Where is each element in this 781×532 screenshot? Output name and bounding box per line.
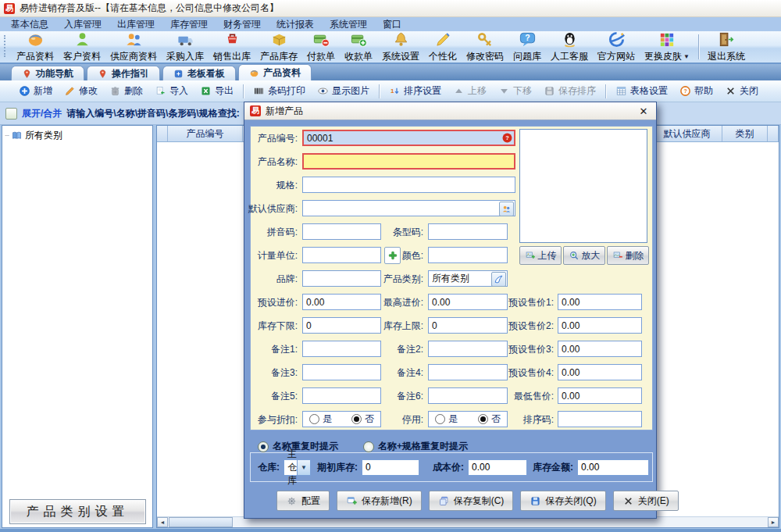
- toolbar-button-11[interactable]: 修改密码: [462, 30, 508, 64]
- toolbar-grip-handle[interactable]: [4, 35, 9, 57]
- toolbar-button-13[interactable]: 人工客服: [546, 30, 593, 64]
- action-button-3[interactable]: 删除: [104, 83, 148, 99]
- scroll-right-button[interactable]: ►: [768, 517, 779, 527]
- tab-1[interactable]: 功能导航: [11, 66, 84, 80]
- chevron-down-icon[interactable]: ▼: [297, 460, 310, 475]
- field-input-产品名称[interactable]: [302, 153, 515, 170]
- field-input-库存下限[interactable]: [302, 317, 381, 334]
- field-input-规格[interactable]: [302, 177, 515, 193]
- toolbar-button-5[interactable]: 销售出库: [209, 30, 255, 64]
- field-input-颜色[interactable]: [428, 247, 508, 263]
- menu-item-2[interactable]: 入库管理: [56, 18, 109, 31]
- toolbar-button-10[interactable]: 个性化: [424, 30, 462, 64]
- stock-amount-input[interactable]: [577, 459, 649, 476]
- toolbar-button-15[interactable]: 更换皮肤▼: [640, 30, 694, 64]
- action-button-1[interactable]: 新增: [13, 83, 58, 99]
- warehouse-select[interactable]: 主仓库 ▼: [284, 459, 311, 476]
- radio-option-是[interactable]: 是: [309, 412, 332, 426]
- toolbar-button-16[interactable]: 退出系统: [703, 30, 750, 64]
- field-input-拼音码[interactable]: [302, 223, 381, 240]
- field-input-库存上限[interactable]: [428, 317, 508, 334]
- menu-item-8[interactable]: 窗口: [375, 18, 409, 31]
- menu-item-1[interactable]: 基本信息: [3, 18, 56, 31]
- dialog-button-1[interactable]: 配置: [276, 491, 330, 511]
- tab-4[interactable]: 产品资料: [238, 64, 312, 80]
- dialog-button-3[interactable]: 保存复制(C): [429, 491, 514, 511]
- action-button-6[interactable]: 条码打印: [248, 83, 311, 99]
- dup-option-1[interactable]: 名称重复时提示: [258, 440, 338, 453]
- field-input-预设售价4[interactable]: [558, 364, 642, 380]
- field-input-备注4[interactable]: [428, 364, 508, 380]
- column-header-1[interactable]: [157, 126, 168, 141]
- scroll-left-button[interactable]: ◄: [157, 517, 168, 527]
- field-input-备注3[interactable]: [302, 364, 381, 380]
- dialog-close-icon[interactable]: ✕: [637, 105, 651, 117]
- toolbar-button-3[interactable]: 供应商资料: [105, 30, 162, 64]
- toolbar-button-4[interactable]: 采购入库: [162, 30, 209, 64]
- toolbar-button-12[interactable]: ?问题库: [508, 30, 546, 64]
- action-button-13[interactable]: ?帮助: [674, 83, 719, 99]
- field-input-排序码[interactable]: [558, 411, 642, 427]
- toolbar-button-9[interactable]: 系统设置: [377, 30, 424, 64]
- dup-option-2[interactable]: 名称+规格重复时提示: [363, 440, 468, 453]
- action-button-5[interactable]: 导出: [194, 83, 239, 99]
- field-input-默认供应商[interactable]: [302, 200, 515, 216]
- dialog-button-5[interactable]: 关闭(E): [613, 491, 679, 511]
- menu-item-4[interactable]: 库存管理: [162, 18, 216, 31]
- field-input-产品编号[interactable]: [302, 130, 515, 146]
- action-button-8[interactable]: 1排序设置: [383, 83, 447, 99]
- chevron-down-icon[interactable]: ▼: [683, 53, 690, 60]
- toolbar-button-1[interactable]: 产品资料: [12, 30, 59, 64]
- tree-node-all-categories[interactable]: ┄ 所有类别: [2, 126, 152, 142]
- field-input-备注2[interactable]: [428, 341, 508, 357]
- menu-item-5[interactable]: 财务管理: [216, 18, 269, 31]
- initial-stock-input[interactable]: [362, 459, 419, 476]
- toolbar-button-8[interactable]: 收款单: [340, 30, 377, 64]
- cost-price-input[interactable]: [468, 459, 527, 476]
- menu-item-3[interactable]: 出库管理: [109, 18, 162, 31]
- action-button-4[interactable]: 导入: [149, 83, 194, 99]
- field-input-最低售价[interactable]: [558, 387, 642, 404]
- scrollbar-thumb[interactable]: [169, 517, 233, 527]
- radio-icon[interactable]: [363, 441, 374, 452]
- field-input-备注1[interactable]: [302, 341, 381, 357]
- radio-icon[interactable]: [435, 414, 445, 424]
- field-input-计量单位[interactable]: [302, 247, 381, 263]
- field-input-备注6[interactable]: [428, 387, 508, 404]
- field-input-品牌[interactable]: [302, 270, 381, 287]
- toolbar-button-6[interactable]: 产品库存: [255, 30, 302, 64]
- expand-collapse-link[interactable]: 展开/合并: [22, 107, 62, 120]
- field-input-条型码[interactable]: [428, 223, 508, 240]
- field-input-预设售价3[interactable]: [558, 341, 642, 357]
- help-red-button[interactable]: ?: [501, 131, 514, 145]
- radio-icon[interactable]: [351, 414, 362, 424]
- tab-3[interactable]: 老板看板: [162, 66, 236, 80]
- tab-2[interactable]: 操作指引: [87, 66, 160, 80]
- category-settings-button[interactable]: 产品类别设置: [9, 499, 146, 524]
- radio-icon[interactable]: [478, 414, 488, 424]
- browse-swoosh-button[interactable]: [491, 272, 506, 287]
- action-button-2[interactable]: 修改: [59, 83, 103, 99]
- field-input-预设进价[interactable]: [302, 294, 381, 310]
- dialog-button-2[interactable]: 保存新增(R): [337, 491, 422, 511]
- radio-icon[interactable]: [309, 414, 319, 424]
- column-header-4[interactable]: 默认供应商: [652, 126, 722, 141]
- toolbar-button-7[interactable]: 付款单: [302, 30, 340, 64]
- radio-option-否[interactable]: 否: [478, 412, 501, 426]
- action-button-7[interactable]: 显示图片: [312, 83, 375, 99]
- column-header-6[interactable]: [768, 126, 779, 141]
- radio-option-否[interactable]: 否: [351, 412, 374, 426]
- action-button-12[interactable]: 表格设置: [610, 83, 673, 99]
- field-input-最高进价[interactable]: [428, 294, 508, 310]
- dialog-button-4[interactable]: 保存关闭(Q): [520, 491, 605, 511]
- people-picker-button[interactable]: [499, 202, 514, 216]
- radio-icon[interactable]: [258, 441, 269, 452]
- menu-item-6[interactable]: 统计报表: [269, 18, 322, 31]
- toolbar-button-2[interactable]: 客户资料: [59, 30, 105, 64]
- expand-collapse-checkbox[interactable]: [5, 108, 17, 120]
- menu-item-7[interactable]: 系统管理: [322, 18, 375, 31]
- action-button-14[interactable]: 关闭: [719, 83, 764, 99]
- field-input-预设售价1[interactable]: [558, 294, 642, 310]
- field-input-备注5[interactable]: [302, 387, 381, 404]
- radio-option-是[interactable]: 是: [435, 412, 458, 426]
